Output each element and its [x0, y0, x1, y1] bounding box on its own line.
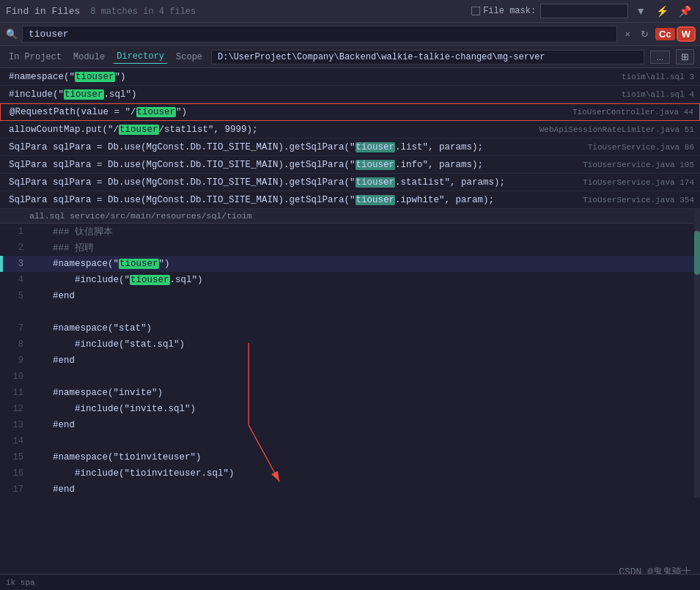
status-bar: ik spa — [0, 574, 700, 590]
tab-module[interactable]: Module — [70, 51, 108, 64]
line-indicator — [0, 369, 3, 385]
tab-in-project[interactable]: In Project — [6, 51, 65, 64]
line-number: 8 — [4, 339, 31, 350]
line-indicator — [0, 385, 3, 401]
result-file: tioim\all.sql 3 — [622, 73, 694, 81]
status-text: ik spa — [6, 578, 35, 587]
line-indicator — [0, 417, 3, 433]
whole-word-button[interactable]: W — [678, 28, 694, 40]
code-lines: 1 ### 钛信脚本 2 ### 招聘 3 #namespace("tiouse… — [0, 224, 700, 498]
file-mask-input[interactable] — [540, 4, 628, 18]
line-number: 4 — [4, 275, 31, 285]
result-row[interactable]: SqlPara sqlPara = Db.use(MgConst.Db.TIO_… — [0, 139, 700, 156]
code-line: 8 #include("stat.sql") — [0, 336, 700, 353]
line-content: #end — [31, 420, 75, 430]
code-line: 10 — [0, 369, 700, 385]
result-file: TioUserService.java 174 — [583, 178, 694, 187]
search-input[interactable] — [22, 26, 617, 43]
code-line: 17 #end — [0, 482, 700, 498]
line-number: 15 — [4, 452, 31, 462]
line-number: 7 — [4, 323, 31, 333]
line-indicator — [0, 401, 3, 417]
file-mask-checkbox[interactable] — [471, 7, 480, 15]
line-indicator — [0, 224, 3, 240]
code-panel: all.sql service/src/main/resources/sql/t… — [0, 209, 700, 498]
result-file: WebApiSessionRateLimiter.java 51 — [539, 125, 694, 134]
code-line: 15 #namespace("tioinviteuser") — [0, 449, 700, 465]
line-number: 13 — [4, 420, 31, 430]
result-row[interactable]: #namespace("tiouser") tioim\all.sql 3 — [0, 68, 700, 86]
code-line: 11 #namespace("invite") — [0, 385, 700, 401]
line-number: 16 — [4, 468, 31, 479]
line-content: #end — [31, 484, 75, 495]
toolbar-title: Find in Files 8 matches in 4 files — [6, 6, 196, 17]
line-indicator — [0, 465, 3, 482]
code-line: 13 #end — [0, 417, 700, 433]
scope-bar: In Project Module Directory Scope ... ⊞ — [0, 46, 700, 68]
result-file: TioUserService.java 354 — [583, 196, 694, 204]
result-row[interactable]: SqlPara sqlPara = Db.use(MgConst.Db.TIO_… — [0, 191, 700, 209]
result-row[interactable]: SqlPara sqlPara = Db.use(MgConst.Db.TIO_… — [0, 156, 700, 174]
search-icon: 🔍 — [6, 29, 18, 40]
line-number: 3 — [4, 259, 31, 269]
code-line — [0, 304, 700, 320]
scrollbar[interactable] — [694, 209, 700, 498]
line-content: ### 招聘 — [31, 242, 94, 254]
line-indicator — [0, 304, 3, 320]
refresh-search-button[interactable]: ↻ — [637, 27, 652, 41]
code-line: 14 — [0, 433, 700, 449]
filter-icon-button[interactable]: ⚡ — [653, 4, 671, 18]
line-content: ### 钛信脚本 — [31, 226, 113, 238]
line-indicator — [0, 320, 3, 336]
line-content: #namespace("stat") — [31, 323, 152, 333]
tab-scope[interactable]: Scope — [173, 51, 205, 64]
line-indicator — [0, 288, 3, 304]
code-line: 12 #include("invite.sql") — [0, 401, 700, 417]
result-row[interactable]: allowCountMap.put("/tiouser/statlist", 9… — [0, 121, 700, 139]
result-file: TioUserService.java 86 — [588, 143, 694, 152]
code-line: 9 #end — [0, 353, 700, 369]
result-code: #namespace("tiouser") — [9, 72, 613, 82]
result-file: TioUserController.java 44 — [572, 108, 693, 117]
result-file: tioim\all.sql 4 — [622, 90, 694, 99]
line-content: #namespace("tioinviteuser") — [31, 452, 202, 462]
line-content: #end — [31, 291, 75, 301]
result-row[interactable]: #include("tiouser.sql") tioim\all.sql 4 — [0, 86, 700, 103]
result-code: SqlPara sqlPara = Db.use(MgConst.Db.TIO_… — [9, 142, 579, 152]
filter-button[interactable]: ▼ — [633, 4, 649, 18]
code-line-active: 3 #namespace("tiouser") — [0, 256, 700, 272]
pin-button[interactable]: 📌 — [676, 4, 694, 18]
line-content: #namespace("tiouser") — [31, 259, 170, 269]
scope-grid-button[interactable]: ⊞ — [676, 49, 694, 64]
clear-search-button[interactable]: × — [622, 27, 635, 41]
result-code: SqlPara sqlPara = Db.use(MgConst.Db.TIO_… — [9, 195, 574, 205]
line-content: #end — [31, 355, 75, 366]
result-code: @RequestPath(value = "/tiouser") — [10, 107, 564, 117]
code-line: 1 ### 钛信脚本 — [0, 224, 700, 240]
line-indicator — [0, 433, 3, 449]
line-indicator — [0, 449, 3, 465]
result-code: #include("tiouser.sql") — [9, 89, 613, 100]
line-content: #include("invite.sql") — [31, 404, 196, 414]
line-content: #include("tiouser.sql") — [31, 275, 203, 285]
line-indicator — [0, 272, 3, 288]
case-sensitive-button[interactable]: Cc — [655, 28, 675, 40]
line-indicator — [0, 482, 3, 498]
scrollbar-thumb[interactable] — [694, 231, 700, 275]
line-number: 17 — [4, 484, 31, 495]
line-indicator — [0, 240, 3, 256]
result-row[interactable]: @RequestPath(value = "/tiouser") TioUser… — [0, 103, 700, 121]
result-code: SqlPara sqlPara = Db.use(MgConst.Db.TIO_… — [9, 177, 574, 188]
line-content: #include("stat.sql") — [31, 339, 185, 350]
code-line: 7 #namespace("stat") — [0, 320, 700, 336]
result-row[interactable]: SqlPara sqlPara = Db.use(MgConst.Db.TIO_… — [0, 174, 700, 191]
code-line: 16 #include("tioinviteuser.sql") — [0, 465, 700, 482]
search-bar: 🔍 × ↻ Cc W — [0, 23, 700, 46]
result-code: allowCountMap.put("/tiouser/statlist", 9… — [9, 125, 531, 135]
scope-path-input[interactable] — [211, 50, 644, 64]
scope-path-browse-button[interactable]: ... — [650, 51, 670, 64]
line-number: 12 — [4, 404, 31, 414]
code-line: 5 #end — [0, 288, 700, 304]
tab-directory[interactable]: Directory — [114, 50, 167, 64]
result-file: TioUserService.java 105 — [583, 161, 694, 169]
